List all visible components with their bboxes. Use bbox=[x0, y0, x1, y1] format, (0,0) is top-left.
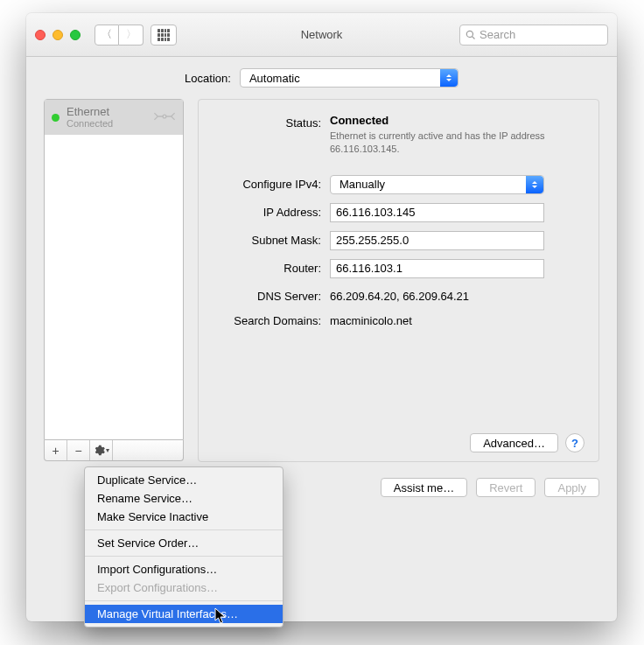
ipv4-value: Manually bbox=[340, 178, 385, 191]
location-select[interactable]: Automatic bbox=[240, 68, 458, 88]
assist-me-button[interactable]: Assist me… bbox=[381, 478, 467, 497]
close-window[interactable] bbox=[35, 30, 46, 40]
menu-separator bbox=[85, 600, 283, 601]
chevron-left-icon: 〈 bbox=[102, 27, 112, 42]
search-icon bbox=[466, 30, 476, 40]
service-item-ethernet[interactable]: Ethernet Connected bbox=[45, 100, 183, 135]
service-actions-button[interactable]: ▾ bbox=[90, 440, 113, 460]
forward-button[interactable]: 〉 bbox=[119, 25, 144, 46]
mask-value: 255.255.255.0 bbox=[336, 234, 409, 247]
search-domains-label: Search Domains: bbox=[207, 312, 330, 327]
svg-point-0 bbox=[163, 115, 166, 118]
show-all-button[interactable] bbox=[150, 25, 177, 46]
subnet-mask-field[interactable]: 255.255.255.0 bbox=[330, 231, 544, 250]
ip-label: IP Address: bbox=[207, 203, 330, 219]
cursor-icon bbox=[214, 607, 228, 627]
service-text: Ethernet Connected bbox=[66, 106, 113, 129]
menu-import-configurations[interactable]: Import Configurations… bbox=[85, 560, 283, 578]
menu-set-service-order[interactable]: Set Service Order… bbox=[85, 534, 283, 552]
mask-label: Subnet Mask: bbox=[207, 231, 330, 247]
remove-service-button[interactable]: − bbox=[67, 440, 90, 460]
router-field[interactable]: 66.116.103.1 bbox=[330, 259, 544, 278]
minimize-window[interactable] bbox=[52, 30, 63, 40]
status-label: Status: bbox=[207, 114, 330, 130]
grid-icon bbox=[158, 29, 170, 41]
location-label: Location: bbox=[185, 72, 231, 85]
ip-value: 66.116.103.145 bbox=[336, 206, 415, 219]
search-placeholder: Search bbox=[480, 28, 515, 41]
gear-icon bbox=[94, 445, 105, 456]
help-button[interactable]: ? bbox=[565, 433, 584, 452]
body: Ethernet Connected + − ▾ bbox=[26, 99, 617, 462]
back-button[interactable]: 〈 bbox=[94, 25, 119, 46]
revert-button[interactable]: Revert bbox=[476, 478, 536, 497]
configure-ipv4-select[interactable]: Manually bbox=[330, 175, 544, 194]
titlebar: 〈 〉 Network Search bbox=[26, 13, 617, 57]
chevron-down-icon: ▾ bbox=[106, 446, 109, 454]
menu-separator bbox=[85, 529, 283, 530]
window-controls bbox=[35, 30, 80, 40]
service-list[interactable]: Ethernet Connected bbox=[44, 99, 184, 440]
dns-row: DNS Server: 66.209.64.20, 66.209.64.21 bbox=[207, 287, 581, 303]
service-state: Connected bbox=[66, 118, 113, 129]
ipv4-label: Configure IPv4: bbox=[207, 175, 330, 191]
menu-manage-virtual-interfaces[interactable]: Manage Virtual Interfaces… bbox=[85, 605, 283, 623]
add-service-button[interactable]: + bbox=[45, 440, 67, 460]
router-label: Router: bbox=[207, 259, 330, 275]
details-panel: Status: Connected Ethernet is currently … bbox=[198, 99, 599, 462]
zoom-window[interactable] bbox=[70, 30, 80, 40]
ip-row: IP Address: 66.116.103.145 bbox=[207, 203, 581, 222]
service-actions-menu: Duplicate Service… Rename Service… Make … bbox=[84, 466, 284, 627]
status-dot-icon bbox=[52, 114, 60, 122]
ethernet-icon bbox=[153, 109, 176, 127]
router-row: Router: 66.116.103.1 bbox=[207, 259, 581, 278]
location-row: Location: Automatic bbox=[26, 57, 617, 99]
ipv4-row: Configure IPv4: Manually bbox=[207, 175, 581, 194]
service-list-buttons: + − ▾ bbox=[44, 440, 184, 461]
menu-duplicate-service[interactable]: Duplicate Service… bbox=[85, 471, 283, 489]
search-input[interactable]: Search bbox=[459, 25, 608, 46]
menu-rename-service[interactable]: Rename Service… bbox=[85, 489, 283, 508]
dns-label: DNS Server: bbox=[207, 287, 330, 303]
search-domains-value: macminicolo.net bbox=[330, 312, 581, 327]
select-stepper-icon bbox=[440, 69, 458, 87]
status-value: Connected bbox=[330, 114, 581, 127]
dns-value: 66.209.64.20, 66.209.64.21 bbox=[330, 287, 581, 303]
nav-back-forward: 〈 〉 bbox=[94, 25, 144, 46]
mask-row: Subnet Mask: 255.255.255.0 bbox=[207, 231, 581, 250]
search-domains-row: Search Domains: macminicolo.net bbox=[207, 312, 581, 327]
status-subtext: Ethernet is currently active and has the… bbox=[330, 130, 557, 156]
ip-address-field[interactable]: 66.116.103.145 bbox=[330, 203, 544, 222]
services-sidebar: Ethernet Connected + − ▾ bbox=[44, 99, 184, 462]
menu-export-configurations: Export Configurations… bbox=[85, 578, 283, 597]
location-value: Automatic bbox=[249, 72, 300, 85]
apply-button[interactable]: Apply bbox=[544, 478, 599, 497]
advanced-button[interactable]: Advanced… bbox=[470, 433, 558, 452]
service-name: Ethernet bbox=[66, 106, 113, 118]
chevron-right-icon: 〉 bbox=[126, 27, 136, 42]
select-stepper-icon bbox=[526, 176, 543, 193]
menu-make-inactive[interactable]: Make Service Inactive bbox=[85, 508, 283, 526]
status-row: Status: Connected Ethernet is currently … bbox=[207, 114, 581, 156]
menu-separator bbox=[85, 556, 283, 557]
router-value: 66.116.103.1 bbox=[336, 262, 402, 275]
